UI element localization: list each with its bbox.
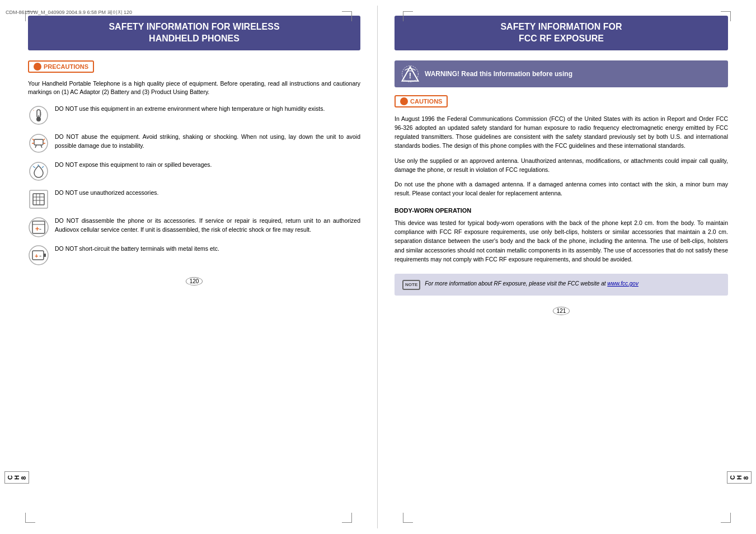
water-icon	[28, 161, 49, 182]
caution-text-1: DO NOT use this equipment in an extreme …	[55, 105, 360, 114]
warning-banner: ! WARNING! Read this Information before …	[395, 60, 728, 87]
caution-item-5: + - DO NOT disassemble the phone or its …	[28, 217, 360, 238]
svg-line-16	[33, 166, 35, 168]
r-corner-vert-br	[730, 513, 731, 523]
corner-mark-tr	[342, 11, 352, 12]
corner-vert-tr	[351, 11, 352, 21]
left-page-number: 120	[28, 277, 360, 285]
svg-line-12	[43, 139, 45, 140]
cautions-label: CAUTIONS	[410, 98, 442, 105]
precautions-section: PRECAUTIONS	[28, 60, 360, 73]
r-corner-vert-tr	[730, 11, 731, 21]
r-corner-vert-bl	[403, 513, 403, 523]
caution-text-2: DO NOT abuse the equipment. Avoid striki…	[55, 133, 360, 151]
cautions-body-3: Do not use the phone with a damaged ante…	[395, 180, 728, 198]
svg-rect-20	[33, 194, 44, 205]
svg-rect-32	[44, 254, 46, 257]
thermometer-icon: °	[28, 105, 49, 126]
corner-mark-bl	[25, 522, 35, 523]
caution-item-6: + - DO NOT short-circuit the battery ter…	[28, 245, 360, 266]
left-page: CDM-8615VW_M_040909 2004.9.9 6:58 PM 페이지…	[0, 6, 378, 528]
precautions-label: PRECAUTIONS	[44, 63, 88, 70]
svg-text:-: -	[39, 251, 41, 260]
svg-line-18	[42, 166, 44, 168]
cautions-bullet	[400, 97, 408, 105]
svg-text:!: !	[409, 71, 412, 80]
corner-vert-bl	[25, 513, 26, 523]
caution-text-5: DO NOT disassemble the phone or its acce…	[55, 217, 360, 235]
caution-text-6: DO NOT short-circuit the battery termina…	[55, 245, 360, 254]
cautions-section: CAUTIONS	[395, 95, 728, 107]
corner-mark-br	[342, 522, 352, 523]
r-corner-mark-br	[721, 522, 731, 523]
chapter-tab-left: C H 8	[4, 471, 29, 484]
accessories-icon	[28, 189, 49, 210]
header-info: CDM-8615VW_M_040909 2004.9.9 6:58 PM 페이지…	[6, 9, 132, 16]
corner-vert-tl	[25, 11, 26, 21]
caution-item-3: DO NOT expose this equipment to rain or …	[28, 161, 360, 182]
right-page: SAFETY INFORMATION FOR FCC RF EXPOSURE !…	[378, 6, 756, 528]
battery-icon: + -	[28, 245, 49, 266]
svg-text:+: +	[35, 252, 38, 259]
note-text: For more information about RF exposure, …	[425, 279, 638, 288]
svg-text:+: +	[35, 225, 39, 233]
svg-line-17	[38, 165, 39, 166]
caution-item-4: DO NOT use unauthorized accessories.	[28, 189, 360, 210]
right-page-header: SAFETY INFORMATION FOR FCC RF EXPOSURE	[395, 16, 728, 50]
caution-text-3: DO NOT expose this equipment to rain or …	[55, 161, 360, 170]
page-container: CDM-8615VW_M_040909 2004.9.9 6:58 PM 페이지…	[0, 0, 756, 534]
chapter-tab-right: C H 8	[727, 471, 752, 484]
left-header-title: SAFETY INFORMATION FOR WIRELESS HANDHELD…	[36, 21, 352, 45]
svg-text:°: °	[33, 109, 35, 113]
cautions-body-1: In August 1996 the Federal Communication…	[395, 114, 728, 151]
shake-icon	[28, 133, 49, 154]
note-link[interactable]: www.fcc.gov	[607, 280, 638, 287]
cautions-body-2: Use only the supplied or an approved ant…	[395, 156, 728, 175]
caution-text-4: DO NOT use unauthorized accessories.	[55, 189, 360, 198]
svg-line-11	[32, 139, 34, 140]
body-worn-heading: BODY-WORN OPERATION	[395, 207, 728, 214]
precautions-bullet	[34, 63, 41, 71]
caution-item-2: DO NOT abuse the equipment. Avoid striki…	[28, 133, 360, 154]
note-badge: NOTE	[402, 280, 420, 290]
corner-vert-br	[351, 513, 352, 523]
warning-triangle-icon: !	[401, 65, 419, 83]
svg-text:-: -	[39, 225, 41, 233]
warning-text: WARNING! Read this Information before us…	[425, 70, 572, 78]
svg-rect-8	[34, 139, 43, 145]
r-corner-vert-tl	[403, 11, 403, 21]
left-page-header: SAFETY INFORMATION FOR WIRELESS HANDHELD…	[28, 16, 360, 50]
right-header-title: SAFETY INFORMATION FOR FCC RF EXPOSURE	[403, 21, 720, 45]
caution-item-1: ° DO NOT use this equipment in an extrem…	[28, 105, 360, 126]
note-box: NOTE For more information about RF expos…	[395, 274, 728, 296]
r-corner-mark-bl	[403, 522, 413, 523]
electric-icon: + -	[28, 217, 49, 238]
r-corner-mark-tl	[403, 11, 413, 12]
corner-mark-tl	[25, 11, 35, 12]
r-corner-mark-tr	[721, 11, 731, 12]
precautions-intro: Your Handheld Portable Telephone is a hi…	[28, 79, 360, 97]
body-worn-text: This device was tested for typical body-…	[395, 218, 728, 264]
svg-rect-19	[30, 190, 48, 208]
right-page-number: 121	[395, 307, 728, 315]
svg-point-2	[36, 117, 41, 121]
